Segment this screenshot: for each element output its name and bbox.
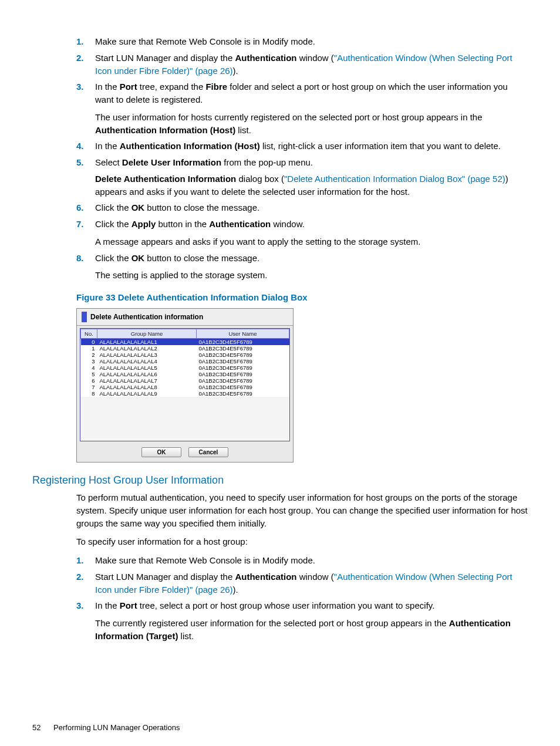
table-row[interactable]: 6ALALALALALALALAL70A1B2C3D4E5F6789	[81, 377, 289, 384]
dialog-table: No. Group Name User Name 0ALALALALALALAL…	[80, 329, 289, 397]
text: dialog box (	[236, 174, 284, 184]
step-body: Click the Apply button in the Authentica…	[95, 218, 528, 248]
text: window (	[296, 53, 333, 63]
text: tree, select a port or host group whose …	[137, 600, 435, 610]
text: Make sure that Remote Web Console is in …	[95, 555, 315, 565]
text: button to close the message.	[144, 253, 259, 263]
step-body: Select Delete User Information from the …	[95, 156, 528, 198]
steps-list-2: 1. Make sure that Remote Web Console is …	[76, 554, 528, 643]
step-number: 5.	[76, 156, 95, 169]
text: ).	[233, 585, 238, 595]
step-number: 1.	[76, 554, 95, 567]
cancel-button[interactable]: Cancel	[188, 447, 228, 457]
bold: Authentication	[235, 53, 296, 63]
step-number: 2.	[76, 571, 95, 583]
text: window (	[296, 572, 333, 582]
cell-no: 3	[81, 358, 97, 364]
table-row[interactable]: 2ALALALALALALALAL30A1B2C3D4E5F6789	[81, 352, 289, 358]
table-row[interactable]: 0ALALALALALALALAL10A1B2C3D4E5F6789	[81, 339, 289, 346]
cell-user: 0A1B2C3D4E5F6789	[196, 358, 289, 364]
text: list.	[235, 125, 251, 135]
cell-group: ALALALALALALALAL8	[97, 384, 197, 390]
text: list, right-click a user information ite…	[260, 141, 501, 151]
step-body: Make sure that Remote Web Console is in …	[95, 554, 528, 567]
cell-user: 0A1B2C3D4E5F6789	[196, 364, 289, 371]
table-row[interactable]: 8ALALALALALALALAL90A1B2C3D4E5F6789	[81, 390, 289, 397]
text: Make sure that Remote Web Console is in …	[95, 36, 315, 46]
step-body: Click the OK button to close the message…	[95, 252, 528, 282]
paragraph: To perform mutual authentication, you ne…	[76, 491, 528, 529]
step-body: Start LUN Manager and display the Authen…	[95, 52, 528, 77]
bold: Authentication	[235, 572, 296, 582]
delete-auth-dialog: Delete Authentication information No. Gr…	[76, 308, 294, 463]
bold: Authentication Information (Host)	[120, 141, 260, 151]
text: In the	[95, 600, 120, 610]
text: In the	[95, 141, 120, 151]
step-body: Start LUN Manager and display the Authen…	[95, 571, 528, 596]
text: ).	[233, 66, 238, 76]
cell-group: ALALALALALALALAL1	[97, 339, 197, 346]
cell-no: 8	[81, 390, 97, 397]
bold: OK	[131, 202, 145, 212]
bold: OK	[131, 253, 145, 263]
text: tree, expand the	[137, 82, 206, 92]
step-number: 2.	[76, 52, 95, 65]
section-heading: Registering Host Group User Information	[32, 474, 528, 487]
step-body: In the Authentication Information (Host)…	[95, 140, 528, 153]
cell-group: ALALALALALALALAL3	[97, 352, 197, 358]
cell-user: 0A1B2C3D4E5F6789	[196, 371, 289, 377]
text: Start LUN Manager and display the	[95, 572, 235, 582]
text: The user information for hosts currently…	[95, 112, 483, 122]
step-body: Click the OK button to close the message…	[95, 201, 528, 214]
text: window.	[271, 219, 305, 229]
table-row[interactable]: 7ALALALALALALALAL80A1B2C3D4E5F6789	[81, 384, 289, 390]
cell-group: ALALALALALALALAL7	[97, 377, 197, 384]
cell-no: 5	[81, 371, 97, 377]
dialog-title-bar: Delete Authentication information	[77, 309, 293, 326]
step-number: 3.	[76, 599, 95, 612]
step-body: In the Port tree, select a port or host …	[95, 599, 528, 642]
step-number: 8.	[76, 252, 95, 265]
cell-no: 1	[81, 345, 97, 352]
table-row[interactable]: 5ALALALALALALALAL60A1B2C3D4E5F6789	[81, 371, 289, 377]
text: In the	[95, 82, 120, 92]
bold: Port	[120, 82, 137, 92]
link-delete-auth-dialog[interactable]: "Delete Authentication Information Dialo…	[284, 174, 505, 184]
col-no: No.	[81, 329, 97, 339]
text: button to close the message.	[144, 202, 259, 212]
bold: Apply	[131, 219, 156, 229]
page-footer: 52 Performing LUN Manager Operations	[32, 723, 180, 732]
cell-user: 0A1B2C3D4E5F6789	[196, 390, 289, 397]
text: Click the	[95, 219, 131, 229]
paragraph: To specify user information for a host g…	[76, 535, 528, 548]
cell-group: ALALALALALALALAL9	[97, 390, 197, 397]
text: Click the	[95, 202, 131, 212]
cell-no: 0	[81, 339, 97, 346]
text: from the pop-up menu.	[221, 157, 313, 167]
step-number: 7.	[76, 218, 95, 231]
table-row[interactable]: 3ALALALALALALALAL40A1B2C3D4E5F6789	[81, 358, 289, 364]
step-number: 6.	[76, 201, 95, 214]
text: Select	[95, 157, 122, 167]
text: The setting is applied to the storage sy…	[95, 270, 268, 280]
cell-group: ALALALALALALALAL4	[97, 358, 197, 364]
step-body: Make sure that Remote Web Console is in …	[95, 35, 528, 48]
cell-group: ALALALALALALALAL6	[97, 371, 197, 377]
table-row[interactable]: 4ALALALALALALALAL50A1B2C3D4E5F6789	[81, 364, 289, 371]
cell-user: 0A1B2C3D4E5F6789	[196, 339, 289, 346]
col-user: User Name	[196, 329, 289, 339]
figure-caption: Figure 33 Delete Authentication Informat…	[76, 292, 528, 302]
cell-no: 6	[81, 377, 97, 384]
bold: Fibre	[205, 82, 227, 92]
table-row[interactable]: 1ALALALALALALALAL20A1B2C3D4E5F6789	[81, 345, 289, 352]
bold: Authentication Information (Host)	[95, 125, 235, 135]
text: list.	[178, 631, 194, 641]
cell-user: 0A1B2C3D4E5F6789	[196, 352, 289, 358]
cell-no: 2	[81, 352, 97, 358]
ok-button[interactable]: OK	[141, 447, 181, 457]
step-number: 3.	[76, 80, 95, 93]
step-body: In the Port tree, expand the Fibre folde…	[95, 80, 528, 136]
cell-user: 0A1B2C3D4E5F6789	[196, 345, 289, 352]
cell-user: 0A1B2C3D4E5F6789	[196, 377, 289, 384]
bold: Delete Authentication Information	[95, 174, 236, 184]
